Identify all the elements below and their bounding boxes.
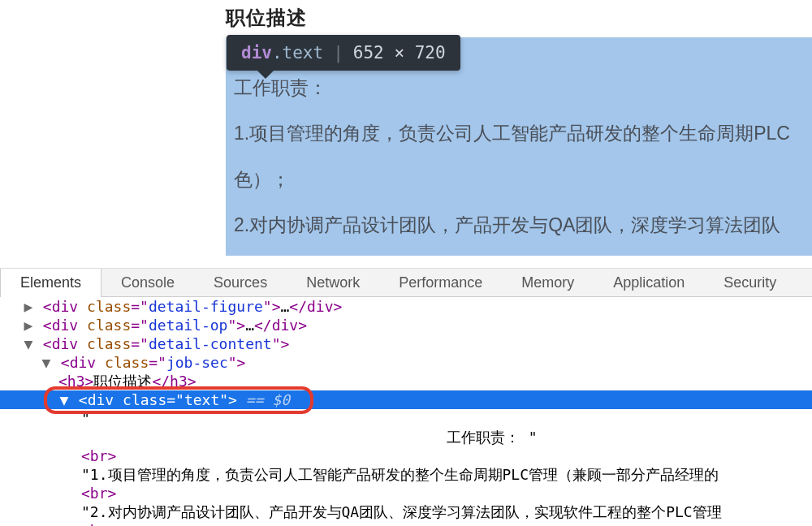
page-text-line: 工作职责： [234,65,812,110]
dom-row[interactable]: <h3>职位描述</h3> [0,372,812,390]
tab-network[interactable]: Network [287,269,379,296]
dom-row[interactable]: ▼ <div class="job-sec"> [0,353,812,372]
disclosure-triangle-open-icon[interactable]: ▼ [23,334,34,353]
rendered-page: 职位描述 工作职责： 1.项目管理的角度，负责公司人工智能产品研发的整个生命周期… [0,0,812,268]
tab-performance[interactable]: Performance [379,269,502,296]
tooltip-separator: | [333,43,343,63]
dom-row[interactable]: <br> [0,521,812,526]
page-section-title: 职位描述 [226,5,812,31]
dom-row-selected[interactable]: ▼ <div class="text"> == $0 [0,390,812,409]
inspector-tooltip: div.text | 652 × 720 [227,35,460,71]
devtools-tabs: Elements Console Sources Network Perform… [0,268,812,297]
dom-text-row[interactable]: "1.项目管理的角度，负责公司人工智能产品研发的整个生命周期PLC管理（兼顾一部… [0,465,812,484]
tab-console[interactable]: Console [102,269,194,296]
disclosure-triangle-icon[interactable]: ▶ [23,316,34,334]
disclosure-triangle-open-icon[interactable]: ▼ [58,390,70,409]
dom-row[interactable]: <br> [0,484,812,502]
dom-text-row[interactable]: "2.对内协调产品设计团队、产品开发与QA团队、深度学习算法团队，实现软件工程的… [0,502,812,521]
dom-row[interactable]: ▶ <div class="detail-op">…</div> [0,316,812,334]
tab-memory[interactable]: Memory [502,269,594,296]
dom-text-row[interactable]: " [0,409,812,428]
disclosure-triangle-icon[interactable]: ▶ [23,297,34,316]
selected-node-ref: == $0 [237,391,290,408]
tooltip-tag: div [241,43,272,63]
tooltip-dimensions: 652 × 720 [353,43,446,63]
dom-row[interactable]: ▼ <div class="detail-content"> [0,334,812,353]
dom-row[interactable]: <br> [0,446,812,465]
dom-row[interactable]: ▶ <div class="detail-figure">…</div> [0,297,812,316]
tab-application[interactable]: Application [594,269,704,296]
elements-panel[interactable]: ▶ <div class="detail-figure">…</div> ▶ <… [0,297,812,526]
page-text-line: 1.项目管理的角度，负责公司人工智能产品研发的整个生命周期PLC [234,110,812,156]
tooltip-class: .text [272,43,323,63]
tab-sources[interactable]: Sources [194,269,287,296]
tab-elements[interactable]: Elements [0,269,102,297]
tab-security[interactable]: Security [704,269,796,296]
page-text-line: 2.对内协调产品设计团队，产品开发与QA团队，深度学习算法团队 [234,202,812,248]
disclosure-triangle-open-icon[interactable]: ▼ [41,353,52,372]
dom-text-row[interactable]: 工作职责： " [0,428,812,446]
page-text-line: 色）； [234,157,812,202]
